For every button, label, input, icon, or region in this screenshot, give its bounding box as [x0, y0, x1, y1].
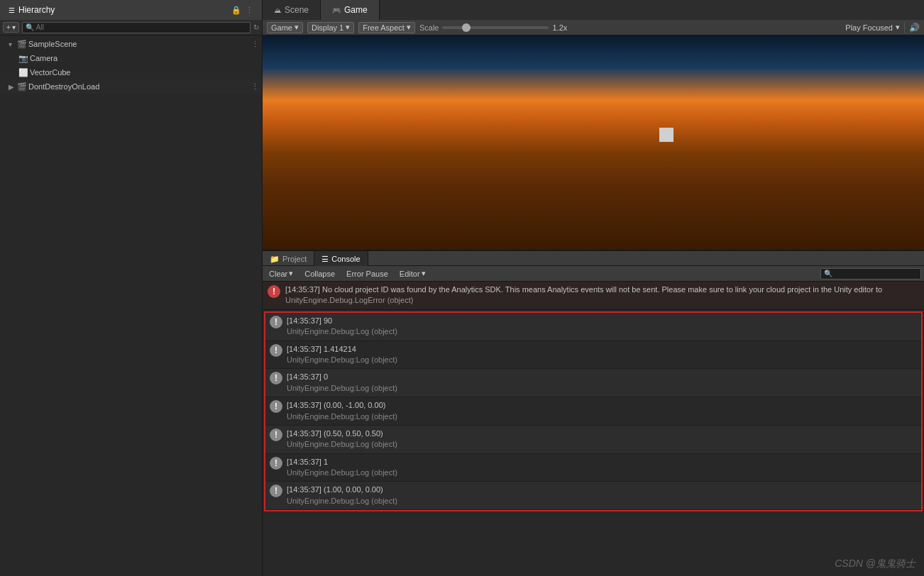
dontdestroy-icon: 🎬 — [17, 82, 27, 92]
play-focused-label: Play Focused — [845, 23, 893, 32]
warn-icon-7: ! — [270, 484, 282, 497]
tab-project-label: Project — [282, 255, 307, 263]
log-entry-3[interactable]: ! [14:35:37] 0 UnityEngine.Debug:Log (ob… — [265, 369, 921, 397]
tree-item-camera[interactable]: 📷 Camera — [0, 51, 262, 65]
log-sub-7: UnityEngine.Debug:Log (object) — [287, 496, 397, 506]
hierarchy-search-box[interactable]: 🔍 — [22, 22, 251, 33]
samplescene-menu-icon[interactable]: ⋮ — [251, 40, 259, 49]
hierarchy-more-icon[interactable]: ⋮ — [246, 6, 253, 15]
refresh-icon[interactable]: ↻ — [253, 23, 259, 31]
toolbar-divider — [904, 22, 905, 33]
right-column: Game ▾ Display 1 ▾ Free Aspect ▾ Scale — [263, 20, 924, 576]
tab-scene-label: Scene — [285, 5, 309, 15]
aspect-dropdown[interactable]: Free Aspect ▾ — [358, 22, 415, 33]
log-entry-4[interactable]: ! [14:35:37] (0.00, -1.00, 0.00) UnityEn… — [265, 397, 921, 426]
hierarchy-menu-icon: ☰ — [9, 6, 15, 14]
scene-canvas — [263, 35, 924, 250]
clear-button[interactable]: Clear ▾ — [265, 268, 297, 279]
console-search-input[interactable] — [832, 270, 918, 277]
vectorcube-name: VectorCube — [30, 68, 70, 77]
tree-item-samplescene[interactable]: ▾ 🎬 SampleScene ⋮ — [0, 37, 262, 51]
add-object-button[interactable]: + ▾ — [3, 22, 19, 33]
scale-slider[interactable] — [442, 26, 549, 29]
console-content: ! [14:35:37] No cloud project ID was fou… — [263, 282, 924, 576]
watermark: CSDN @鬼鬼骑士 — [835, 558, 915, 570]
camera-name: Camera — [30, 54, 57, 62]
tab-hierarchy-label: Hierarchy — [18, 5, 55, 15]
add-button-arrow: ▾ — [12, 23, 16, 31]
scene-cube-object — [659, 128, 673, 142]
scale-control: Scale 1.2x — [419, 23, 841, 32]
collapse-button[interactable]: Collapse — [301, 269, 339, 279]
editor-button[interactable]: Editor ▾ — [396, 268, 429, 279]
warn-icon-3: ! — [270, 372, 282, 384]
play-focused-control: Play Focused ▾ — [845, 23, 900, 32]
tree-item-dontdestroy[interactable]: ▶ 🎬 DontDestroyOnLoad ⋮ — [0, 79, 262, 94]
tab-hierarchy[interactable]: ☰ Hierarchy 🔒 ⋮ — [0, 0, 263, 20]
error-icon: ! — [267, 284, 281, 299]
log-text-block-7: [14:35:37] (1.00, 0.00, 0.00) UnityEngin… — [287, 484, 397, 506]
log-entry-7[interactable]: ! [14:35:37] (1.00, 0.00, 0.00) UnityEng… — [265, 482, 921, 510]
error-pause-button[interactable]: Error Pause — [343, 269, 392, 279]
display-label: Display 1 — [312, 23, 343, 32]
app-container: ☰ Hierarchy 🔒 ⋮ ⛰ Scene 🎮 Game + ▾ — [0, 0, 924, 576]
error-circle: ! — [268, 285, 280, 298]
hierarchy-panel: + ▾ 🔍 ↻ ▾ 🎬 SampleScene ⋮ — [0, 20, 263, 576]
hierarchy-lock-icon[interactable]: 🔒 — [231, 6, 241, 15]
error-text-block: [14:35:37] No cloud project ID was found… — [285, 284, 882, 306]
log-text-block-4: [14:35:37] (0.00, -1.00, 0.00) UnityEngi… — [287, 400, 397, 422]
expand-icon-dontdestroy: ▶ — [9, 83, 16, 91]
editor-arrow: ▾ — [422, 269, 426, 278]
error-message-sub: UnityEngine.Debug.LogError (object) — [285, 295, 882, 306]
play-focused-arrow[interactable]: ▾ — [896, 23, 900, 32]
log-sub-3: UnityEngine.Debug:Log (object) — [287, 383, 397, 394]
game-dropdown[interactable]: Game ▾ — [267, 22, 303, 33]
tab-console-label: Console — [331, 255, 360, 263]
camera-icon: 📷 — [18, 54, 28, 63]
error-message-text: [14:35:37] No cloud project ID was found… — [285, 284, 882, 295]
tree-item-vectorcube[interactable]: ⬜ VectorCube — [0, 65, 262, 79]
hierarchy-search-input[interactable] — [36, 23, 247, 31]
log-entry-5[interactable]: ! [14:35:37] (0.50, 0.50, 0.50) UnityEng… — [265, 426, 921, 454]
project-icon: 📁 — [270, 255, 280, 264]
log-entry-2[interactable]: ! [14:35:37] 1.414214 UnityEngine.Debug:… — [265, 341, 921, 370]
error-message[interactable]: ! [14:35:37] No cloud project ID was fou… — [263, 282, 924, 310]
scale-value: 1.2x — [552, 23, 567, 32]
speaker-icon[interactable]: 🔊 — [909, 23, 920, 33]
dontdestroy-menu-icon[interactable]: ⋮ — [251, 82, 259, 92]
game-dropdown-label: Game — [271, 23, 292, 32]
collapse-label: Collapse — [304, 270, 335, 278]
log-text-block-5: [14:35:37] (0.50, 0.50, 0.50) UnityEngin… — [287, 428, 397, 450]
search-icon: 🔍 — [26, 23, 34, 31]
scene-object-icon: 🎬 — [17, 40, 27, 49]
bottom-area: 📁 Project ☰ Console Clear ▾ Colla — [263, 250, 924, 576]
log-text-6: [14:35:37] 1 — [287, 457, 397, 467]
log-text-7: [14:35:37] (1.00, 0.00, 0.00) — [287, 484, 397, 495]
log-text-5: [14:35:37] (0.50, 0.50, 0.50) — [287, 428, 397, 439]
log-entry-1[interactable]: ! [14:35:37] 90 UnityEngine.Debug:Log (o… — [265, 313, 921, 341]
warn-icon-2: ! — [270, 344, 282, 357]
log-text-block-6: [14:35:37] 1 UnityEngine.Debug:Log (obje… — [287, 457, 397, 479]
log-text-2: [14:35:37] 1.414214 — [287, 344, 397, 355]
warn-icon-4: ! — [270, 400, 282, 413]
display-dropdown[interactable]: Display 1 ▾ — [307, 22, 354, 33]
tab-console[interactable]: ☰ Console — [314, 251, 368, 267]
editor-label: Editor — [400, 270, 420, 278]
game-viewport — [263, 35, 924, 250]
scale-label: Scale — [419, 23, 439, 32]
clear-label: Clear — [269, 270, 287, 278]
log-text-block-3: [14:35:37] 0 UnityEngine.Debug:Log (obje… — [287, 372, 397, 394]
log-entry-6[interactable]: ! [14:35:37] 1 UnityEngine.Debug:Log (ob… — [265, 454, 921, 482]
console-search-box[interactable]: 🔍 — [820, 268, 921, 279]
tab-project[interactable]: 📁 Project — [263, 251, 314, 267]
game-icon: 🎮 — [332, 6, 341, 14]
log-text-3: [14:35:37] 0 — [287, 372, 397, 382]
game-area: Game ▾ Display 1 ▾ Free Aspect ▾ Scale — [263, 20, 924, 250]
tab-game[interactable]: 🎮 Game — [321, 0, 380, 20]
tab-scene[interactable]: ⛰ Scene — [263, 0, 321, 20]
log-text-1: [14:35:37] 90 — [287, 316, 397, 326]
log-sub-4: UnityEngine.Debug:Log (object) — [287, 411, 397, 422]
aspect-label: Free Aspect — [363, 23, 405, 32]
hierarchy-toolbar: + ▾ 🔍 ↻ — [0, 20, 262, 35]
console-search-icon: 🔍 — [824, 270, 832, 277]
